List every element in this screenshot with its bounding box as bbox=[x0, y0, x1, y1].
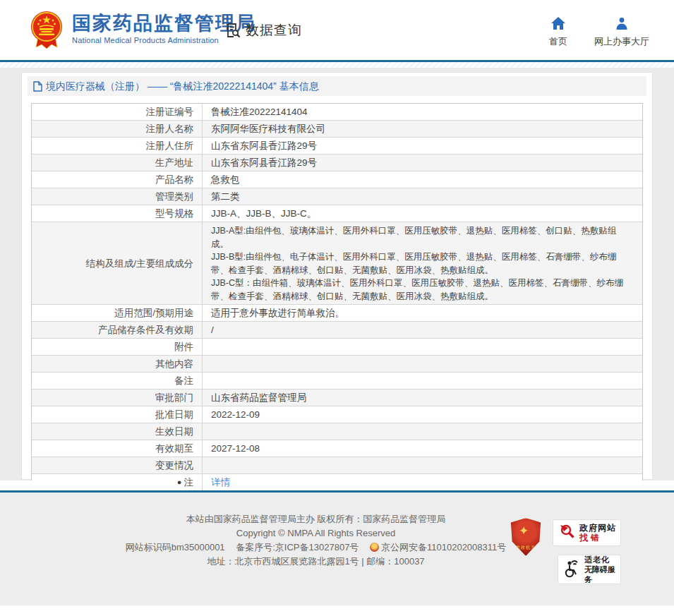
row-label: 生效日期 bbox=[32, 423, 203, 440]
info-table: 注册证编号鲁械注准20222141404注册人名称东阿阿华医疗科技有限公司注册人… bbox=[31, 103, 643, 491]
row-label: 注册证编号 bbox=[32, 104, 203, 120]
row-value: 急救包 bbox=[203, 171, 642, 188]
nav-service-hall[interactable]: 网上办事大厅 bbox=[594, 17, 649, 48]
row-value bbox=[203, 356, 642, 372]
row-label: 有效期至 bbox=[32, 440, 203, 457]
table-row: 产品储存条件及有效期/ bbox=[32, 322, 642, 339]
accessibility-badge[interactable]: 适老化 无障碍服务 bbox=[558, 555, 621, 584]
table-row: 生产地址山东省东阿县香江路29号 bbox=[32, 155, 642, 171]
icp-number: 备案序号:京ICP备13027807号 bbox=[236, 542, 359, 552]
gov-badge-line2: 找错 bbox=[579, 533, 616, 543]
footer-text: 本站由国家药品监督管理局主办 版权所有：国家药品监督管理局 Copyright … bbox=[81, 512, 550, 569]
accessibility-badge-line2: 无障碍服务 bbox=[584, 564, 617, 584]
row-value: / bbox=[203, 322, 642, 338]
data-query-label: 数据查询 bbox=[246, 21, 302, 40]
footer-line3: 网站标识码bm35000001 备案序号:京ICP备13027807号 京公网安… bbox=[81, 540, 550, 555]
table-row: 备注 bbox=[32, 373, 642, 389]
note-icon: ● bbox=[177, 478, 182, 486]
row-value: JJB-A、JJB-B、JJB-C。 bbox=[203, 205, 642, 222]
table-row: 变更情况 bbox=[32, 457, 642, 474]
row-value: 东阿阿华医疗科技有限公司 bbox=[203, 121, 642, 137]
main-area: 境内医疗器械（注册） —— “鲁械注准20222141404” 基本信息 注册证… bbox=[0, 68, 674, 481]
row-label: 产品储存条件及有效期 bbox=[32, 322, 203, 338]
row-label: 注册人名称 bbox=[32, 121, 203, 137]
table-row: ●注详情 bbox=[32, 474, 642, 491]
row-value: JJB-A型:由组件包、玻璃体温计、医用外科口罩、医用压敏胶带、退热贴、医用棉签… bbox=[203, 222, 642, 304]
site-footer: 本站由国家药品监督管理局主办 版权所有：国家药品监督管理局 Copyright … bbox=[0, 493, 674, 605]
row-value: 2027-12-08 bbox=[203, 440, 642, 457]
nav-home[interactable]: 首页 bbox=[549, 17, 567, 48]
row-label: 变更情况 bbox=[32, 457, 203, 473]
table-row: 生效日期 bbox=[32, 423, 642, 440]
row-label: 批准日期 bbox=[32, 406, 203, 423]
row-label: 其他内容 bbox=[32, 356, 203, 372]
psb-number[interactable]: 京公网安备11010202008311号 bbox=[370, 542, 506, 552]
row-value: 详情 bbox=[203, 474, 642, 490]
site-id-code: 网站标识码bm35000001 bbox=[126, 542, 225, 552]
row-value: 鲁械注准20222141404 bbox=[203, 104, 642, 120]
red-magnifier-icon bbox=[558, 522, 576, 543]
site-header: 国家药品监督管理局 National Medical Products Admi… bbox=[0, 0, 674, 60]
row-value: 第二类 bbox=[203, 188, 642, 205]
nav-home-label: 首页 bbox=[549, 35, 567, 48]
table-row: 适用范围/预期用途适用于意外事故进行简单救治。 bbox=[32, 305, 642, 322]
bottom-margin bbox=[0, 605, 674, 616]
document-search-icon bbox=[224, 22, 241, 39]
table-row: 其他内容 bbox=[32, 356, 642, 373]
row-value: 适用于意外事故进行简单救治。 bbox=[203, 305, 642, 321]
breadcrumb-text: 境内医疗器械（注册） —— “鲁械注准20222141404” 基本信息 bbox=[46, 76, 319, 96]
footer-line2: Copyright © NMPA All Rights Reserved bbox=[81, 526, 550, 540]
accessibility-badge-line1: 适老化 bbox=[584, 555, 617, 564]
nmpa-emblem-logo bbox=[28, 10, 65, 51]
page-icon bbox=[33, 81, 42, 92]
user-icon bbox=[615, 17, 628, 32]
header-nav: 首页 网上办事大厅 bbox=[549, 17, 649, 48]
row-label: 审批部门 bbox=[32, 389, 203, 406]
row-label: 型号规格 bbox=[32, 205, 203, 222]
table-row: 附件 bbox=[32, 339, 642, 356]
row-label: 生产地址 bbox=[32, 155, 203, 171]
header-stripe-band bbox=[0, 62, 674, 68]
table-row: 注册证编号鲁械注准20222141404 bbox=[32, 104, 642, 121]
row-value: 2022-12-09 bbox=[203, 406, 642, 423]
table-row: 注册人住所山东省东阿县香江路29号 bbox=[32, 138, 642, 155]
row-value bbox=[203, 373, 642, 389]
gov-badge-line1: 政府网站 bbox=[579, 523, 616, 533]
nav-service-hall-label: 网上办事大厅 bbox=[594, 35, 649, 48]
row-label: 附件 bbox=[32, 339, 203, 355]
breadcrumb: 境内医疗器械（注册） —— “鲁械注准20222141404” 基本信息 bbox=[28, 76, 646, 96]
row-label: ●注 bbox=[32, 474, 203, 490]
gov-site-error-badge[interactable]: 政府网站 找错 bbox=[553, 519, 621, 546]
data-query-title: 数据查询 bbox=[224, 21, 302, 40]
footer-line4: 地址：北京市西城区展览路北露园1号 | 邮编：100037 bbox=[81, 555, 550, 569]
table-row: 批准日期2022-12-09 bbox=[32, 406, 642, 423]
detail-link[interactable]: 详情 bbox=[211, 474, 230, 490]
row-value bbox=[203, 339, 642, 355]
shield-star-icon: ✦ bbox=[519, 524, 529, 538]
row-value: 山东省东阿县香江路29号 bbox=[203, 155, 642, 171]
home-icon bbox=[551, 17, 565, 32]
row-label: 结构及组成/主要组成成分 bbox=[32, 222, 203, 304]
table-row: 产品名称急救包 bbox=[32, 171, 642, 188]
row-label: 管理类别 bbox=[32, 188, 203, 205]
row-label: 备注 bbox=[32, 373, 203, 389]
table-row: 结构及组成/主要组成成分JJB-A型:由组件包、玻璃体温计、医用外科口罩、医用压… bbox=[32, 222, 642, 305]
row-value: 山东省东阿县香江路29号 bbox=[203, 138, 642, 154]
row-value bbox=[203, 423, 642, 440]
table-row: 管理类别第二类 bbox=[32, 188, 642, 205]
accessibility-icon bbox=[562, 557, 582, 581]
row-value bbox=[203, 457, 642, 473]
row-label: 注册人住所 bbox=[32, 138, 203, 154]
row-label: 适用范围/预期用途 bbox=[32, 305, 203, 321]
footer-line1: 本站由国家药品监督管理局主办 版权所有：国家药品监督管理局 bbox=[81, 512, 550, 526]
row-value: 山东省药品监督管理局 bbox=[203, 389, 642, 406]
table-row: 型号规格JJB-A、JJB-B、JJB-C。 bbox=[32, 205, 642, 222]
table-row: 注册人名称东阿阿华医疗科技有限公司 bbox=[32, 121, 642, 138]
table-row: 审批部门山东省药品监督管理局 bbox=[32, 389, 642, 406]
row-label: 产品名称 bbox=[32, 171, 203, 188]
police-badge-icon bbox=[370, 543, 379, 552]
table-row: 有效期至2027-12-08 bbox=[32, 440, 642, 457]
content-panel: 境内医疗器械（注册） —— “鲁械注准20222141404” 基本信息 注册证… bbox=[21, 72, 653, 480]
